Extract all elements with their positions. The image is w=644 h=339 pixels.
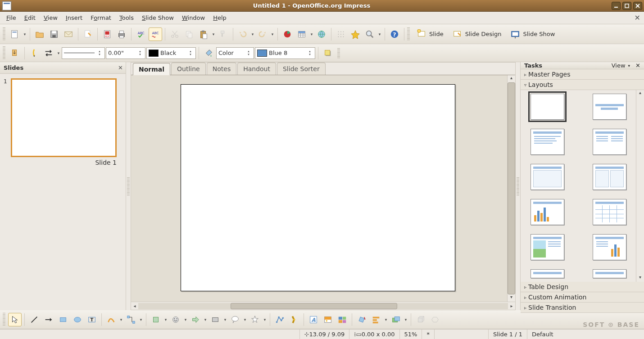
line-arrows-button[interactable] bbox=[42, 46, 55, 60]
menu-edit[interactable]: Edit bbox=[21, 13, 39, 23]
connector-tool[interactable] bbox=[124, 313, 138, 326]
curve-dropdown[interactable] bbox=[119, 317, 123, 322]
maximize-button[interactable] bbox=[622, 2, 631, 10]
line-color-combo[interactable]: Black ▴▾ bbox=[146, 47, 196, 59]
layout-two-content[interactable] bbox=[593, 129, 626, 155]
basic-shapes-dropdown[interactable] bbox=[163, 317, 168, 322]
points-tool[interactable] bbox=[273, 313, 286, 326]
line-tool[interactable] bbox=[27, 313, 41, 326]
line-width-combo[interactable]: 0.00" ▴▾ bbox=[106, 47, 145, 59]
new-button[interactable] bbox=[8, 27, 22, 41]
gluepoints-tool[interactable] bbox=[287, 313, 301, 326]
block-arrows-dropdown[interactable] bbox=[203, 317, 208, 322]
splitter-left[interactable] bbox=[126, 62, 131, 310]
slide-design-button[interactable]: Slide Design bbox=[449, 27, 506, 41]
redo-dropdown[interactable] bbox=[270, 32, 275, 36]
drawing-grip[interactable] bbox=[3, 313, 5, 326]
menu-file[interactable]: File bbox=[3, 13, 20, 23]
toolbar-grip[interactable] bbox=[3, 27, 5, 41]
slide-canvas[interactable] bbox=[181, 84, 455, 291]
undo-button[interactable] bbox=[236, 27, 249, 41]
table-dropdown[interactable] bbox=[309, 32, 314, 36]
line-style-combo[interactable]: ▴▾ bbox=[62, 47, 105, 59]
layout-clipart-text[interactable] bbox=[531, 234, 564, 260]
stars-dropdown[interactable] bbox=[263, 317, 267, 322]
rectangle-tool[interactable] bbox=[56, 313, 70, 326]
menu-slideshow[interactable]: Slide Show bbox=[138, 13, 177, 23]
line-endpoint-button[interactable] bbox=[27, 46, 41, 60]
curve-tool[interactable] bbox=[104, 313, 118, 326]
layout-partial-2[interactable] bbox=[593, 269, 626, 278]
undo-dropdown[interactable] bbox=[250, 32, 255, 36]
tab-slidesorter[interactable]: Slide Sorter bbox=[277, 63, 326, 75]
toolbar2-overflow[interactable] bbox=[337, 48, 340, 58]
redo-button[interactable] bbox=[256, 27, 269, 41]
paste-dropdown[interactable] bbox=[211, 32, 216, 36]
symbol-shapes-tool[interactable] bbox=[169, 313, 182, 326]
print-button[interactable] bbox=[115, 27, 128, 41]
menu-format[interactable]: Format bbox=[87, 13, 115, 23]
new-slide-button[interactable]: Slide bbox=[413, 27, 448, 41]
basic-shapes-tool[interactable] bbox=[149, 313, 163, 326]
layout-partial-1[interactable] bbox=[531, 269, 564, 278]
alignment-tool[interactable] bbox=[369, 313, 383, 326]
open-button[interactable] bbox=[33, 27, 46, 41]
interaction-tool[interactable] bbox=[428, 313, 442, 326]
layout-title-only[interactable] bbox=[531, 164, 564, 190]
section-master-pages[interactable]: ▹Master Pages bbox=[521, 69, 644, 80]
arrange-dropdown[interactable] bbox=[404, 317, 408, 322]
splitter-right[interactable] bbox=[516, 62, 520, 310]
layouts-scrollbar[interactable]: ▴ ▾ bbox=[636, 90, 644, 282]
canvas-area[interactable]: ▴ ▾ bbox=[131, 75, 515, 302]
layout-table[interactable] bbox=[593, 199, 626, 225]
email-button[interactable] bbox=[62, 27, 75, 41]
flowchart-tool[interactable] bbox=[209, 313, 222, 326]
slide-show-button[interactable]: Slide Show bbox=[506, 27, 559, 41]
section-slide-transition[interactable]: ▹Slide Transition bbox=[521, 303, 644, 313]
autospellcheck-button[interactable]: ABC bbox=[149, 27, 162, 41]
spellcheck-button[interactable]: ABC bbox=[134, 27, 148, 41]
tasks-close[interactable]: ✕ bbox=[635, 62, 640, 69]
copy-button[interactable] bbox=[182, 27, 196, 41]
layout-blank[interactable] bbox=[531, 94, 564, 120]
tab-handout[interactable]: Handout bbox=[237, 63, 276, 75]
close-document-button[interactable]: ✕ bbox=[635, 14, 640, 22]
layout-title-two-box[interactable] bbox=[593, 164, 626, 190]
slide-thumb-1[interactable]: 1 bbox=[4, 78, 122, 157]
menu-insert[interactable]: Insert bbox=[62, 13, 86, 23]
text-tool[interactable]: T bbox=[85, 313, 99, 326]
stars-tool[interactable] bbox=[248, 313, 262, 326]
edit-file-button[interactable] bbox=[81, 27, 95, 41]
grid-button[interactable] bbox=[334, 27, 348, 41]
layout-title[interactable] bbox=[593, 94, 626, 120]
menu-view[interactable]: View bbox=[40, 13, 61, 23]
rotate-tool[interactable] bbox=[355, 313, 368, 326]
help-button[interactable]: ? bbox=[388, 27, 401, 41]
toolbar2-grip[interactable] bbox=[3, 46, 5, 60]
alignment-dropdown[interactable] bbox=[384, 317, 388, 322]
menu-tools[interactable]: Tools bbox=[116, 13, 137, 23]
line-arrows-dropdown[interactable] bbox=[56, 51, 61, 55]
flowchart-dropdown[interactable] bbox=[223, 317, 227, 322]
format-paintbrush-button[interactable] bbox=[217, 27, 230, 41]
tasks-view-menu[interactable]: View bbox=[612, 62, 626, 69]
layout-chart[interactable] bbox=[531, 199, 564, 225]
arrange-tool[interactable] bbox=[389, 313, 403, 326]
navigator-button[interactable] bbox=[349, 27, 362, 41]
callouts-tool[interactable] bbox=[228, 313, 242, 326]
connector-dropdown[interactable] bbox=[139, 317, 143, 322]
canvas-hscroll[interactable]: ◂ ▸ bbox=[131, 302, 515, 310]
symbol-shapes-dropdown[interactable] bbox=[183, 317, 188, 322]
slide-thumbnail[interactable] bbox=[11, 78, 117, 157]
layout-title-content[interactable] bbox=[531, 129, 564, 155]
callouts-dropdown[interactable] bbox=[243, 317, 247, 322]
shadow-button[interactable] bbox=[321, 46, 335, 60]
layout-text-chart[interactable] bbox=[593, 234, 626, 260]
close-window-button[interactable] bbox=[633, 2, 642, 10]
slides-panel-close[interactable]: ✕ bbox=[118, 64, 123, 71]
paste-button[interactable] bbox=[197, 27, 210, 41]
hyperlink-button[interactable] bbox=[315, 27, 328, 41]
tab-outline[interactable]: Outline bbox=[171, 63, 206, 75]
canvas-vscroll[interactable]: ▴ ▾ bbox=[507, 75, 515, 302]
zoom-button[interactable] bbox=[363, 27, 376, 41]
